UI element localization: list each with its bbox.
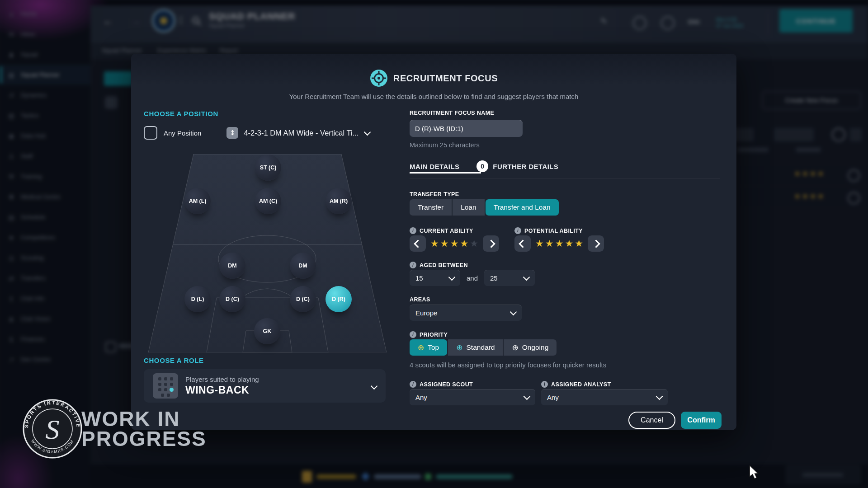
position-node-stc[interactable]: ST (C): [255, 155, 281, 181]
star-icon: ★: [565, 238, 573, 249]
target-icon: ⊕: [418, 343, 424, 352]
star-icon: ★: [470, 238, 478, 249]
tab-main-details[interactable]: MAIN DETAILS: [410, 163, 459, 170]
transfer-type-segment: TransferLoanTransfer and Loan: [410, 199, 559, 216]
priority-option-standard[interactable]: ⊕Standard: [448, 339, 503, 356]
target-icon: ⊕: [512, 343, 518, 352]
current-ability-label: i CURRENT ABILITY: [410, 227, 473, 234]
work-in-progress-watermark: WORK IN PROGRESS: [81, 409, 207, 449]
mouse-cursor: [748, 465, 760, 479]
star-icon: ★: [460, 238, 468, 249]
age-max-select[interactable]: 25: [484, 270, 535, 286]
role-pitch-grid-icon: [153, 373, 178, 399]
potential-ability-decrease-button[interactable]: [514, 235, 531, 252]
position-node-dc[interactable]: D (C): [290, 286, 316, 312]
transfer-type-label: TRANSFER TYPE: [410, 191, 459, 197]
info-icon[interactable]: i: [514, 227, 521, 234]
assigned-analyst-label: i ASSIGNED ANALYST: [541, 381, 611, 388]
choose-role-heading: CHOOSE A ROLE: [144, 357, 204, 364]
info-icon[interactable]: i: [410, 331, 416, 338]
position-node-dr[interactable]: D (R): [326, 286, 352, 312]
aged-between-label: i AGED BETWEEN: [410, 262, 468, 268]
confirm-button[interactable]: Confirm: [681, 412, 722, 429]
priority-label: i PRIORITY: [410, 331, 448, 338]
current-ability-increase-button[interactable]: [483, 235, 499, 252]
fm-squad-planner-screen: ⌂Home✉Inbox♟Squad▦Squad Planner↺Dynamics…: [0, 0, 868, 488]
position-node-dm[interactable]: DM: [290, 253, 316, 279]
recruitment-focus-modal: RECRUITMENT FOCUS Your Recruitment Team …: [131, 54, 736, 430]
priority-note: 4 scouts will be assigned to top priorit…: [410, 361, 606, 369]
position-node-dm[interactable]: DM: [219, 253, 245, 279]
any-position-label: Any Position: [164, 129, 201, 137]
potential-ability-label: i POTENTIAL ABILITY: [514, 227, 583, 234]
focus-name-hint: Maximum 25 characters: [410, 141, 480, 149]
formation-swap-icon[interactable]: ↕: [226, 127, 238, 139]
transfer-type-option-loan[interactable]: Loan: [453, 199, 484, 216]
assigned-scout-label: i ASSIGNED SCOUT: [410, 381, 473, 388]
column-divider: [399, 117, 399, 429]
info-icon[interactable]: i: [410, 262, 416, 268]
star-icon: ★: [450, 238, 459, 249]
role-prefix: Players suited to playing: [185, 375, 364, 383]
tab-further-details[interactable]: 0 FURTHER DETAILS: [476, 160, 558, 172]
position-node-dl[interactable]: D (L): [184, 286, 211, 312]
further-details-badge: 0: [476, 160, 488, 172]
any-position-checkbox[interactable]: [144, 126, 157, 140]
position-node-gk[interactable]: GK: [254, 318, 280, 344]
aged-between-conjunction: and: [467, 274, 478, 282]
transfer-type-option-transfer[interactable]: Transfer: [410, 199, 452, 216]
transfer-type-option-transfer-and-loan[interactable]: Transfer and Loan: [486, 199, 559, 216]
assigned-scout-select[interactable]: Any: [410, 389, 535, 405]
choose-position-heading: CHOOSE A POSITION: [144, 110, 218, 117]
star-icon: ★: [575, 238, 583, 249]
focus-name-input[interactable]: [410, 120, 523, 137]
role-selector[interactable]: Players suited to playing WING-BACK: [144, 369, 386, 403]
info-icon[interactable]: i: [410, 381, 416, 388]
star-icon: ★: [430, 238, 439, 249]
position-node-dc[interactable]: D (C): [219, 286, 245, 312]
priority-option-ongoing[interactable]: ⊕Ongoing: [504, 339, 557, 356]
star-icon: ★: [545, 238, 554, 249]
star-icon: ★: [555, 238, 564, 249]
formation-value[interactable]: 4-2-3-1 DM AM Wide - Vertical Ti...: [244, 129, 359, 137]
formation-pitch: ST (C)AM (L)AM (C)AM (R)DMDMD (L)D (C)D …: [148, 154, 387, 352]
current-ability-stars: ★★★★★: [430, 238, 478, 249]
current-ability-decrease-button[interactable]: [410, 235, 426, 252]
areas-label: AREAS: [410, 296, 430, 303]
active-tab-underline: [410, 172, 481, 174]
sports-interactive-logo: SPORTS INTERACTIVE WWW.SIGAMES.COM S: [21, 397, 84, 460]
cancel-button[interactable]: Cancel: [628, 412, 675, 429]
target-icon: ⊕: [456, 343, 462, 352]
potential-ability-increase-button[interactable]: [588, 235, 604, 252]
potential-ability-stars: ★★★★★: [535, 238, 583, 249]
priority-option-top[interactable]: ⊕Top: [410, 339, 447, 356]
areas-select[interactable]: Europe: [410, 305, 522, 321]
svg-text:S: S: [46, 414, 60, 445]
age-min-select[interactable]: 15: [410, 270, 460, 286]
focus-name-label: RECRUITMENT FOCUS NAME: [410, 110, 494, 116]
role-name: WING-BACK: [185, 384, 364, 396]
info-icon[interactable]: i: [541, 381, 548, 388]
position-node-amc[interactable]: AM (C): [255, 188, 281, 214]
position-node-amr[interactable]: AM (R): [326, 188, 352, 214]
star-icon: ★: [535, 238, 544, 249]
formation-chevron-down-icon[interactable]: [364, 128, 371, 136]
role-chevron-down-icon[interactable]: [371, 382, 378, 389]
priority-segment: ⊕Top⊕Standard⊕Ongoing: [410, 339, 557, 356]
position-node-aml[interactable]: AM (L): [184, 188, 211, 214]
assigned-analyst-select[interactable]: Any: [541, 389, 668, 405]
star-icon: ★: [440, 238, 449, 249]
info-icon[interactable]: i: [410, 227, 416, 234]
tab-divider: [410, 178, 720, 179]
